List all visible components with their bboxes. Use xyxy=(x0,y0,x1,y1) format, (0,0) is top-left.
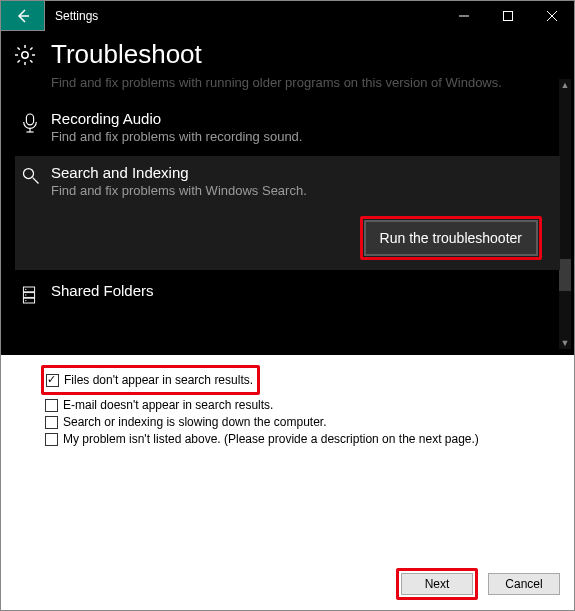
troubleshoot-item-recording-audio[interactable]: Recording Audio Find and fix problems wi… xyxy=(15,102,560,152)
program-compat-icon xyxy=(21,73,51,90)
search-icon xyxy=(21,164,51,198)
checkbox-icon[interactable] xyxy=(45,399,58,412)
highlight-box: Run the troubleshooter xyxy=(360,216,542,260)
button-label: Cancel xyxy=(505,577,542,591)
close-button[interactable] xyxy=(530,1,574,31)
troubleshoot-item-shared-folders[interactable]: Shared Folders xyxy=(15,274,560,306)
checkbox-icon[interactable] xyxy=(45,416,58,429)
item-desc: Find and fix problems with recording sou… xyxy=(51,129,554,144)
highlight-box: Next xyxy=(396,568,478,600)
item-desc: Find and fix problems with Windows Searc… xyxy=(51,183,554,198)
microphone-icon xyxy=(21,110,51,144)
page-title: Troubleshoot xyxy=(51,39,202,70)
option-label: My problem isn't listed above. (Please p… xyxy=(63,432,479,446)
svg-rect-21 xyxy=(23,298,34,303)
maximize-button[interactable] xyxy=(486,1,530,31)
item-title: Search and Indexing xyxy=(51,164,554,181)
item-title: Recording Audio xyxy=(51,110,554,127)
svg-rect-2 xyxy=(504,12,513,21)
item-desc: Find and fix problems with running older… xyxy=(51,75,554,90)
highlight-box: Files don't appear in search results. xyxy=(41,365,260,395)
troubleshoot-item-program-compat[interactable]: Find and fix problems with running older… xyxy=(15,73,560,98)
svg-point-17 xyxy=(24,169,34,179)
option-files-not-appear[interactable]: Files don't appear in search results. xyxy=(46,373,253,387)
minimize-button[interactable] xyxy=(442,1,486,31)
titlebar: Settings xyxy=(1,1,574,31)
window-frame: Settings Troubleshoot ▲ ▼ xyxy=(0,0,575,611)
svg-line-12 xyxy=(18,60,20,62)
back-button[interactable] xyxy=(1,1,45,31)
svg-line-10 xyxy=(18,47,20,49)
svg-rect-14 xyxy=(26,114,33,125)
dialog-footer: Next Cancel xyxy=(396,568,560,600)
option-label: E-mail doesn't appear in search results. xyxy=(63,398,273,412)
option-email-not-appear[interactable]: E-mail doesn't appear in search results. xyxy=(45,398,552,412)
svg-rect-19 xyxy=(23,287,34,292)
troubleshoot-item-search-indexing[interactable]: Search and Indexing Find and fix problem… xyxy=(15,156,560,270)
svg-point-22 xyxy=(25,289,26,290)
svg-point-5 xyxy=(22,51,28,57)
button-label: Next xyxy=(425,577,450,591)
page-header: Troubleshoot xyxy=(1,31,574,70)
run-troubleshooter-button[interactable]: Run the troubleshooter xyxy=(364,220,538,256)
cancel-button[interactable]: Cancel xyxy=(488,573,560,595)
settings-pane: Settings Troubleshoot ▲ ▼ xyxy=(1,1,574,355)
gear-icon xyxy=(13,43,37,67)
checkbox-checked-icon[interactable] xyxy=(46,374,59,387)
svg-rect-20 xyxy=(23,293,34,298)
window-title: Settings xyxy=(45,1,98,31)
option-slowing-down[interactable]: Search or indexing is slowing down the c… xyxy=(45,415,552,429)
item-title: Shared Folders xyxy=(51,282,554,299)
troubleshooter-dialog: Files don't appear in search results. E-… xyxy=(1,355,574,610)
checkbox-icon[interactable] xyxy=(45,433,58,446)
svg-line-13 xyxy=(30,47,32,49)
svg-point-23 xyxy=(25,294,26,295)
svg-line-11 xyxy=(30,60,32,62)
server-icon xyxy=(21,282,51,306)
option-label: Files don't appear in search results. xyxy=(64,373,253,387)
svg-point-24 xyxy=(25,300,26,301)
troubleshoot-list: Find and fix problems with running older… xyxy=(1,79,574,355)
option-label: Search or indexing is slowing down the c… xyxy=(63,415,326,429)
svg-line-18 xyxy=(33,178,39,184)
option-not-listed[interactable]: My problem isn't listed above. (Please p… xyxy=(45,432,552,446)
next-button[interactable]: Next xyxy=(401,573,473,595)
